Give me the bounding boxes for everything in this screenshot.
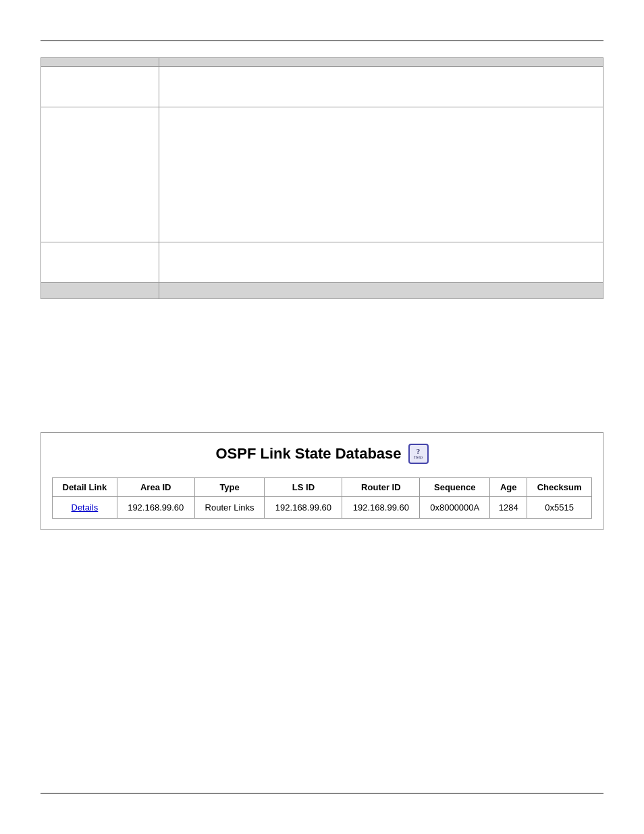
ospf-section: OSPF Link State Database ? Help Detail L… bbox=[41, 432, 603, 530]
ospf-title-row: OSPF Link State Database ? Help bbox=[52, 444, 592, 464]
col-router-id: Router ID bbox=[342, 478, 420, 497]
help-icon-label: Help bbox=[414, 455, 423, 460]
col-checksum: Checksum bbox=[527, 478, 592, 497]
row2-label bbox=[41, 107, 159, 242]
detail-link-cell[interactable]: Details bbox=[53, 497, 117, 519]
router-id-cell: 192.168.99.60 bbox=[342, 497, 420, 519]
col-ls-id: LS ID bbox=[265, 478, 342, 497]
age-cell: 1284 bbox=[490, 497, 527, 519]
page-container: OSPF Link State Database ? Help Detail L… bbox=[0, 0, 644, 834]
footer-col1 bbox=[41, 283, 159, 299]
row2-value bbox=[159, 107, 603, 242]
table-row bbox=[41, 242, 603, 283]
sequence-cell: 0x8000000A bbox=[420, 497, 490, 519]
ls-id-cell: 192.168.99.60 bbox=[265, 497, 342, 519]
col-sequence: Sequence bbox=[420, 478, 490, 497]
header-col1 bbox=[41, 58, 159, 67]
type-cell: Router Links bbox=[194, 497, 265, 519]
table-row: Details192.168.99.60Router Links192.168.… bbox=[53, 497, 592, 519]
row3-value bbox=[159, 242, 603, 283]
top-divider bbox=[41, 41, 603, 41]
ospf-title: OSPF Link State Database bbox=[215, 445, 401, 463]
col-detail-link: Detail Link bbox=[53, 478, 117, 497]
table-row bbox=[41, 107, 603, 242]
table-row bbox=[41, 67, 603, 107]
header-col2 bbox=[159, 58, 603, 67]
info-table bbox=[41, 57, 603, 299]
help-button[interactable]: ? Help bbox=[408, 444, 429, 464]
row1-value bbox=[159, 67, 603, 107]
area-id-cell: 192.168.99.60 bbox=[117, 497, 194, 519]
details-link[interactable]: Details bbox=[72, 502, 99, 513]
row1-label bbox=[41, 67, 159, 107]
info-table-container bbox=[41, 57, 603, 299]
footer-col2 bbox=[159, 283, 603, 299]
table-footer-row bbox=[41, 283, 603, 299]
ospf-table-header: Detail Link Area ID Type LS ID Router ID… bbox=[53, 478, 592, 497]
ospf-database-table: Detail Link Area ID Type LS ID Router ID… bbox=[52, 477, 592, 519]
ospf-container: OSPF Link State Database ? Help Detail L… bbox=[41, 432, 603, 530]
col-area-id: Area ID bbox=[117, 478, 194, 497]
table-header-row bbox=[41, 58, 603, 67]
bottom-divider bbox=[41, 793, 603, 793]
checksum-cell: 0x5515 bbox=[527, 497, 592, 519]
col-age: Age bbox=[490, 478, 527, 497]
col-type: Type bbox=[194, 478, 265, 497]
row3-label bbox=[41, 242, 159, 283]
